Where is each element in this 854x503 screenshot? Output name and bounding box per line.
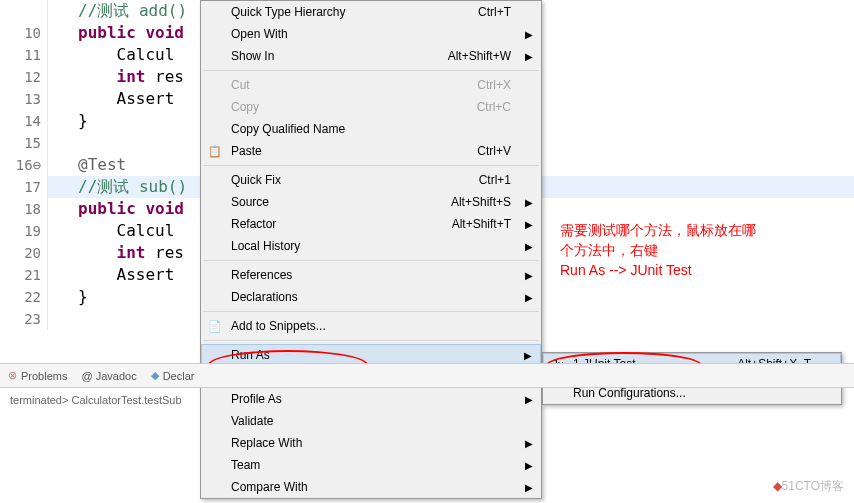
- menu-label: Local History: [231, 239, 511, 253]
- menu-item-declarations[interactable]: Declarations▶: [201, 286, 541, 308]
- menu-shortcut: Alt+Shift+S: [451, 195, 511, 209]
- line-number: [0, 0, 47, 22]
- menu-label: Quick Fix: [231, 173, 459, 187]
- menu-icon: 📄: [207, 318, 223, 334]
- menu-item-add-to-snippets-[interactable]: 📄Add to Snippets...: [201, 315, 541, 337]
- line-number: 18: [0, 198, 47, 220]
- menu-separator: [203, 260, 539, 261]
- menu-label: Show In: [231, 49, 428, 63]
- annotation-line: Run As --> JUnit Test: [560, 260, 756, 280]
- line-gutter: 10111213141516⊖17181920212223: [0, 0, 48, 330]
- menu-shortcut: Ctrl+X: [477, 78, 511, 92]
- submenu-arrow-icon: ▶: [525, 29, 533, 40]
- menu-item-source[interactable]: SourceAlt+Shift+S▶: [201, 191, 541, 213]
- menu-shortcut: Ctrl+V: [477, 144, 511, 158]
- menu-shortcut: Alt+Shift+W: [448, 49, 511, 63]
- menu-label: Quick Type Hierarchy: [231, 5, 458, 19]
- menu-label: Run As: [231, 348, 511, 362]
- menu-item-show-in[interactable]: Show InAlt+Shift+W▶: [201, 45, 541, 67]
- bottom-panel: ⊗Problems @ Javadoc ◆Declar terminated> …: [0, 363, 854, 503]
- menu-label: Copy: [231, 100, 457, 114]
- submenu-arrow-icon: ▶: [525, 292, 533, 303]
- terminated-text: terminated> CalculatorTest.testSub: [0, 388, 854, 412]
- menu-item-references[interactable]: References▶: [201, 264, 541, 286]
- bottom-tabs[interactable]: ⊗Problems @ Javadoc ◆Declar: [0, 364, 854, 388]
- line-number: 16⊖: [0, 154, 47, 176]
- line-number: 15: [0, 132, 47, 154]
- menu-shortcut: Ctrl+T: [478, 5, 511, 19]
- menu-label: Cut: [231, 78, 457, 92]
- watermark: ◆51CTO博客: [773, 478, 844, 495]
- line-number: 10: [0, 22, 47, 44]
- menu-item-copy-qualified-name[interactable]: Copy Qualified Name: [201, 118, 541, 140]
- menu-label: Open With: [231, 27, 511, 41]
- menu-label: Paste: [231, 144, 457, 158]
- menu-label: References: [231, 268, 511, 282]
- line-number: 20: [0, 242, 47, 264]
- menu-shortcut: Alt+Shift+T: [452, 217, 511, 231]
- menu-separator: [203, 311, 539, 312]
- menu-item-copy: CopyCtrl+C: [201, 96, 541, 118]
- menu-item-quick-type-hierarchy[interactable]: Quick Type HierarchyCtrl+T: [201, 1, 541, 23]
- menu-label: Source: [231, 195, 431, 209]
- tab-problems[interactable]: ⊗Problems: [8, 369, 67, 382]
- submenu-arrow-icon: ▶: [525, 241, 533, 252]
- menu-separator: [203, 165, 539, 166]
- submenu-arrow-icon: ▶: [524, 350, 532, 361]
- tab-javadoc[interactable]: @ Javadoc: [81, 370, 136, 382]
- menu-item-local-history[interactable]: Local History▶: [201, 235, 541, 257]
- line-number: 14: [0, 110, 47, 132]
- menu-item-paste[interactable]: 📋PasteCtrl+V: [201, 140, 541, 162]
- menu-shortcut: Ctrl+1: [479, 173, 511, 187]
- menu-item-refactor[interactable]: RefactorAlt+Shift+T▶: [201, 213, 541, 235]
- line-number: 19: [0, 220, 47, 242]
- line-number: 22: [0, 286, 47, 308]
- menu-item-open-with[interactable]: Open With▶: [201, 23, 541, 45]
- line-number: 12: [0, 66, 47, 88]
- menu-label: Declarations: [231, 290, 511, 304]
- menu-label: Refactor: [231, 217, 432, 231]
- submenu-arrow-icon: ▶: [525, 197, 533, 208]
- menu-icon: 📋: [207, 143, 223, 159]
- line-number: 21: [0, 264, 47, 286]
- submenu-arrow-icon: ▶: [525, 219, 533, 230]
- line-number: 23: [0, 308, 47, 330]
- annotation-line: 需要测试哪个方法，鼠标放在哪: [560, 220, 756, 240]
- menu-label: Add to Snippets...: [231, 319, 511, 333]
- menu-item-quick-fix[interactable]: Quick FixCtrl+1: [201, 169, 541, 191]
- submenu-arrow-icon: ▶: [525, 270, 533, 281]
- menu-label: Copy Qualified Name: [231, 122, 511, 136]
- red-annotation: 需要测试哪个方法，鼠标放在哪 个方法中，右键 Run As --> JUnit …: [560, 220, 756, 280]
- annotation-line: 个方法中，右键: [560, 240, 756, 260]
- line-number: 13: [0, 88, 47, 110]
- menu-separator: [203, 340, 539, 341]
- menu-separator: [203, 70, 539, 71]
- menu-shortcut: Ctrl+C: [477, 100, 511, 114]
- line-number: 11: [0, 44, 47, 66]
- submenu-arrow-icon: ▶: [525, 51, 533, 62]
- tab-declaration[interactable]: ◆Declar: [151, 369, 195, 382]
- menu-item-cut: CutCtrl+X: [201, 74, 541, 96]
- line-number: 17: [0, 176, 47, 198]
